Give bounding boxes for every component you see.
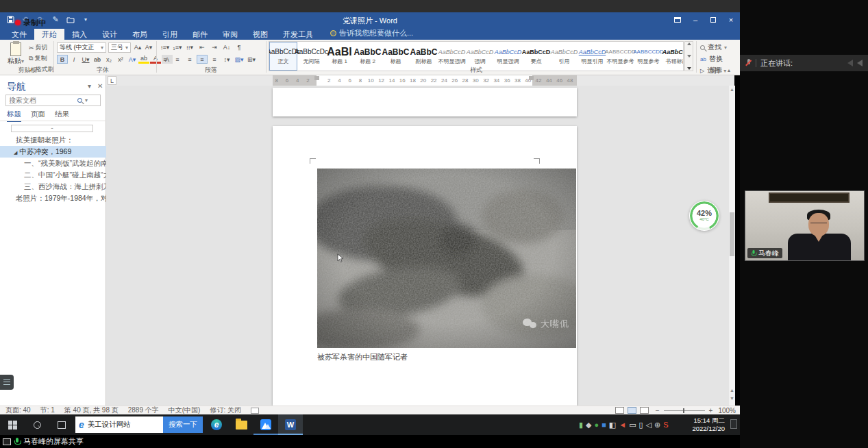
sort-button[interactable]: A↓	[221, 42, 232, 51]
italic-button[interactable]: I	[69, 55, 79, 64]
next-page-icon[interactable]: ▼	[730, 396, 734, 401]
shading-button[interactable]: ▨▾	[234, 55, 245, 64]
tell-me-box[interactable]: 告诉我您想要做什么...	[330, 28, 413, 40]
nav-heading-item[interactable]: 抗美援朝老照片：	[0, 134, 106, 146]
page-previous-bottom[interactable]	[273, 88, 577, 116]
sogou-icon[interactable]: S	[663, 414, 668, 435]
network-icon[interactable]: ⊕	[654, 414, 660, 435]
increase-indent-button[interactable]: ⇥	[209, 42, 220, 51]
font-name-combo[interactable]: 等线 (中文正▾	[57, 42, 106, 53]
style-item[interactable]: AaBbCcDc 无间隔	[297, 42, 325, 71]
gallery-up-icon[interactable]	[687, 42, 691, 45]
ribbon-tab[interactable]: 布局	[125, 29, 155, 40]
nav-close-icon[interactable]: ✕	[97, 82, 103, 90]
highlight-button[interactable]: ab	[138, 55, 149, 64]
justify-button[interactable]: ≡	[197, 55, 208, 64]
bullets-button[interactable]: ⁝≡▾	[160, 42, 171, 51]
style-item[interactable]: AaBbC 标题	[382, 42, 410, 71]
document-photo[interactable]: 大嘴侃	[317, 169, 576, 348]
style-item[interactable]: AaBbC 标题 2	[354, 42, 382, 71]
security-icon[interactable]: ◆	[586, 414, 591, 435]
style-item[interactable]: AaBbCcDc 正文	[269, 42, 297, 71]
volume-icon[interactable]: ◁	[646, 414, 652, 435]
nav-heading-item[interactable]: ◢中苏冲突，1969	[0, 146, 106, 158]
font-size-combo[interactable]: 三号▾	[108, 42, 131, 53]
prev-page-icon[interactable]: ▲	[730, 388, 734, 393]
text-effects-button[interactable]: A▾	[127, 55, 138, 64]
nav-heading-item[interactable]: 老照片：1979年-1984年，对越自...	[0, 192, 106, 204]
mic-muted-icon[interactable]	[745, 59, 752, 68]
cd-icon[interactable]: ●	[595, 414, 599, 435]
style-item[interactable]: AaBl 标题 1	[325, 42, 354, 71]
start-button[interactable]	[0, 414, 25, 435]
status-language[interactable]: 中文(中国)	[169, 406, 201, 415]
underline-button[interactable]: U▾	[80, 55, 91, 64]
superscript-button[interactable]: x²	[115, 55, 126, 64]
ribbon-display-options-icon[interactable]	[669, 12, 686, 27]
taskbar-clock[interactable]: 15:14 周二 2022/12/20	[686, 416, 725, 433]
find-button[interactable]: 查找▾	[700, 42, 727, 52]
style-item[interactable]: AABBCCDD 不明显参考	[606, 42, 634, 71]
distribute-button[interactable]: ≡	[209, 55, 220, 64]
style-item[interactable]: AABBCCDD 明显参考	[634, 42, 662, 71]
ribbon-tab[interactable]: 邮件	[185, 29, 215, 40]
zoom-level[interactable]: 100%	[718, 407, 736, 414]
zoom-slider[interactable]	[664, 410, 705, 411]
style-item[interactable]: AaBbCcD 要点	[522, 42, 550, 71]
notification-center-icon[interactable]	[730, 419, 737, 429]
annotation-toolbar-button[interactable]	[0, 375, 14, 390]
styles-gallery-scroll[interactable]	[684, 41, 693, 71]
ribbon-tab[interactable]: 文件	[4, 29, 34, 40]
paste-button[interactable]: 粘贴▾	[4, 42, 27, 66]
strikethrough-button[interactable]: ab	[92, 55, 103, 64]
status-section[interactable]: 节: 1	[40, 406, 55, 415]
zoom-out-button[interactable]: −	[656, 407, 660, 414]
borders-button[interactable]: ⊞▾	[246, 55, 257, 64]
nav-dropdown-icon[interactable]: ▾	[88, 82, 91, 90]
collapse-ribbon-icon[interactable]: ▴	[728, 67, 730, 73]
close-button[interactable]: ×	[722, 12, 740, 27]
read-mode-icon[interactable]	[615, 407, 624, 414]
replace-button[interactable]: ab替换	[700, 54, 727, 64]
decrease-indent-button[interactable]: ⇤	[197, 42, 208, 51]
gallery-more-icon[interactable]	[687, 67, 691, 70]
ribbon-tab[interactable]: 插入	[64, 29, 95, 40]
status-page-of[interactable]: 第 40 页, 共 98 页	[64, 406, 119, 415]
indent-marker-right[interactable]	[529, 76, 534, 80]
indent-marker-left[interactable]	[314, 76, 319, 80]
web-layout-icon[interactable]	[640, 407, 649, 414]
nav-empty-heading[interactable]: ᠆	[11, 125, 93, 132]
meeting-app-button[interactable]	[253, 414, 278, 435]
scrollbar-thumb[interactable]	[730, 212, 734, 256]
copy-button[interactable]: ⧉复制	[29, 54, 54, 63]
status-page[interactable]: 页面: 40	[5, 406, 31, 415]
numbering-button[interactable]: ₁≡▾	[172, 42, 183, 51]
restore-button[interactable]	[704, 12, 722, 27]
search-input[interactable]	[9, 97, 75, 104]
minimize-button[interactable]: –	[686, 12, 704, 27]
file-explorer-button[interactable]	[229, 414, 253, 435]
usb-icon[interactable]: ◧	[609, 414, 616, 435]
scroll-up-icon[interactable]: ▲	[730, 87, 734, 92]
ribbon-tab[interactable]: 视图	[245, 29, 275, 40]
style-item[interactable]: AaBbCcD 书籍标题	[662, 42, 684, 71]
style-item[interactable]: AaBbCcD 引用	[550, 42, 578, 71]
photo-caption[interactable]: 被苏军杀害的中国随军记者	[317, 352, 408, 362]
align-right-button[interactable]: ≡	[184, 55, 195, 64]
taskbar-search-button[interactable]	[25, 414, 49, 435]
input-mode-icon[interactable]	[251, 408, 259, 414]
nav-heading-item[interactable]: 一、“残美剩饭”武装起的南越...	[0, 158, 106, 169]
align-center-button[interactable]: ≡	[172, 55, 183, 64]
style-item[interactable]: AaBbC 副标题	[410, 42, 438, 71]
task-view-button[interactable]	[49, 414, 74, 435]
status-track-changes[interactable]: 修订: 关闭	[210, 406, 241, 415]
search-icon[interactable]	[77, 98, 82, 103]
ribbon-tab[interactable]: 审阅	[215, 29, 245, 40]
battery-widget[interactable]: 42% 40°C	[689, 201, 719, 231]
print-layout-icon[interactable]	[628, 407, 636, 414]
edge-button[interactable]: e	[204, 414, 229, 435]
shrink-font-button[interactable]: A▾	[143, 42, 154, 51]
ribbon-tab[interactable]: 开发工具	[275, 29, 321, 40]
style-item[interactable]: AaBbCcD 明显引用	[578, 42, 606, 71]
gallery-down-icon[interactable]	[687, 55, 691, 58]
